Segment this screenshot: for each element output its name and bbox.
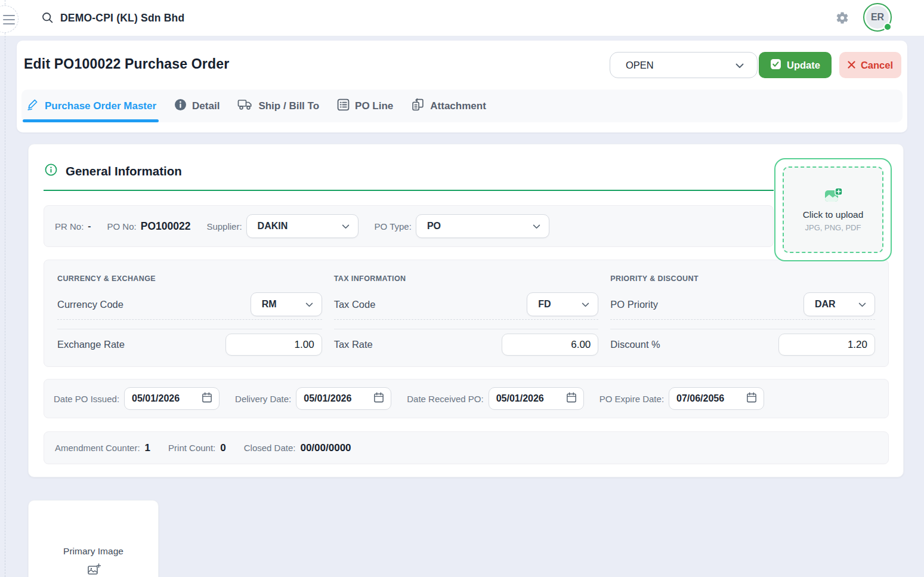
po-type-select-value: PO (427, 221, 441, 232)
update-button[interactable]: Update (759, 52, 832, 78)
chevron-down-icon (533, 221, 540, 232)
update-button-label: Update (787, 60, 820, 71)
tab-label: PO Line (355, 100, 393, 112)
cancel-button-label: Cancel (861, 60, 893, 71)
date-po-issued-label: Date PO Issued: (54, 394, 119, 404)
tax-information-column: TAX INFORMATION Tax Code FD Tax Rate 6.0… (334, 274, 599, 366)
online-status-dot (883, 23, 892, 31)
print-count-label: Print Count: (168, 443, 215, 453)
po-line-icon (337, 98, 350, 114)
page-header-card: Edit PO100022 Purchase Order OPEN Update… (17, 41, 907, 132)
po-priority-select[interactable]: DAR (804, 292, 875, 316)
currency-code-select[interactable]: RM (251, 292, 322, 316)
priority-discount-column: PRIORITY & DISCOUNT PO Priority DAR Disc… (610, 274, 875, 366)
currency-exchange-column: CURRENCY & EXCHANGE Currency Code RM Exc… (57, 274, 322, 366)
search-icon[interactable] (42, 12, 54, 26)
tax-code-select[interactable]: FD (527, 292, 598, 316)
gear-icon[interactable] (835, 11, 849, 27)
discount-input[interactable]: 1.20 (778, 334, 875, 356)
image-upload-icon (824, 187, 843, 206)
tab-label: Detail (192, 100, 220, 112)
calendar-icon (746, 391, 758, 406)
chevron-down-icon (858, 299, 866, 310)
date-po-issued-field: Date PO Issued: 05/01/2026 (54, 387, 220, 410)
tab-purchase-order-master[interactable]: Purchase Order Master (26, 90, 156, 122)
tab-ship-bill-to[interactable]: Ship / Bill To (237, 90, 319, 122)
active-tab-underline (23, 119, 159, 122)
menu-icon (3, 15, 15, 27)
pr-no-label: PR No: (55, 221, 84, 232)
calendar-icon (373, 391, 385, 406)
date-received-po-label: Date Received PO: (407, 394, 483, 404)
date-po-issued-input[interactable]: 05/01/2026 (124, 387, 220, 410)
supplier-select-value: DAKIN (258, 221, 288, 232)
exchange-rate-label: Exchange Rate (57, 339, 125, 350)
divider (610, 329, 875, 329)
truck-icon (237, 98, 253, 114)
po-expire-date-input[interactable]: 07/06/2056 (669, 387, 764, 410)
delivery-date-value: 05/01/2026 (304, 393, 351, 404)
upload-dropzone[interactable]: Click to upload JPG, PNG, PDF (774, 158, 892, 261)
pr-no-value: - (88, 221, 91, 232)
tax-code-select-value: FD (538, 299, 551, 310)
date-received-po-input[interactable]: 05/01/2026 (489, 387, 584, 410)
date-po-issued-value: 05/01/2026 (132, 393, 180, 404)
column-heading: TAX INFORMATION (334, 274, 599, 283)
supplier-label: Supplier: (206, 221, 242, 232)
print-count-field: Print Count: 0 (168, 442, 226, 454)
exchange-rate-input[interactable]: 1.00 (225, 334, 322, 356)
po-expire-date-label: PO Expire Date: (599, 394, 664, 404)
amendment-counter-field: Amendment Counter: 1 (55, 442, 150, 454)
currency-code-select-value: RM (262, 299, 277, 310)
sidebar-collapsed-rail (5, 0, 5, 577)
check-square-icon (770, 58, 781, 72)
divider (610, 319, 875, 320)
divider (57, 319, 322, 320)
primary-image-card[interactable]: Primary Image (28, 500, 159, 577)
print-count-value: 0 (220, 442, 225, 454)
attachment-icon (411, 98, 425, 115)
po-type-select[interactable]: PO (416, 214, 549, 238)
pr-no-field: PR No: - (55, 221, 91, 232)
section-divider (44, 190, 774, 191)
cancel-button[interactable]: Cancel (839, 52, 901, 78)
upload-title: Click to upload (803, 209, 864, 220)
delivery-date-input[interactable]: 05/01/2026 (296, 387, 391, 410)
divider (334, 329, 599, 329)
general-information-card: General Information Click to upload JPG,… (28, 144, 904, 477)
info-circle-icon (45, 163, 57, 178)
company-name: DEMO-CPI (KL) Sdn Bhd (60, 0, 184, 36)
chevron-down-icon (582, 299, 589, 310)
pen-icon (26, 98, 39, 114)
avatar[interactable]: ER (863, 3, 892, 32)
po-expire-date-field: PO Expire Date: 07/06/2056 (599, 387, 764, 410)
section-title: General Information (66, 164, 182, 178)
po-priority-label: PO Priority (610, 299, 658, 310)
status-select-value: OPEN (626, 60, 654, 71)
tab-label: Ship / Bill To (258, 100, 319, 112)
dates-panel: Date PO Issued: 05/01/2026 Delivery Date… (44, 379, 889, 418)
tab-bar: Purchase Order Master Detail Ship / Bill… (21, 90, 903, 122)
tax-rate-value: 6.00 (571, 339, 591, 351)
discount-value: 1.20 (848, 339, 867, 351)
po-expire-date-value: 07/06/2056 (676, 393, 724, 404)
tax-rate-input[interactable]: 6.00 (502, 334, 598, 356)
status-select[interactable]: OPEN (610, 52, 758, 78)
po-type-field: PO Type: PO (375, 214, 549, 238)
closed-date-field: Closed Date: 00/00/0000 (244, 442, 351, 454)
tab-detail[interactable]: Detail (174, 90, 220, 122)
info-filled-icon (174, 98, 187, 114)
tab-attachment[interactable]: Attachment (411, 90, 486, 122)
top-bar: DEMO-CPI (KL) Sdn Bhd ER (0, 0, 924, 36)
column-heading: PRIORITY & DISCOUNT (610, 274, 875, 283)
tax-rate-label: Tax Rate (334, 339, 373, 350)
date-received-po-value: 05/01/2026 (496, 393, 544, 404)
supplier-select[interactable]: DAKIN (246, 214, 359, 238)
po-no-field: PO No: PO100022 (107, 220, 191, 233)
closed-date-value: 00/00/0000 (300, 442, 351, 454)
page-title: Edit PO100022 Purchase Order (24, 56, 229, 72)
chevron-down-icon (736, 60, 744, 71)
primary-image-label: Primary Image (63, 546, 123, 557)
po-no-label: PO No: (107, 221, 137, 232)
tab-po-line[interactable]: PO Line (337, 90, 393, 122)
